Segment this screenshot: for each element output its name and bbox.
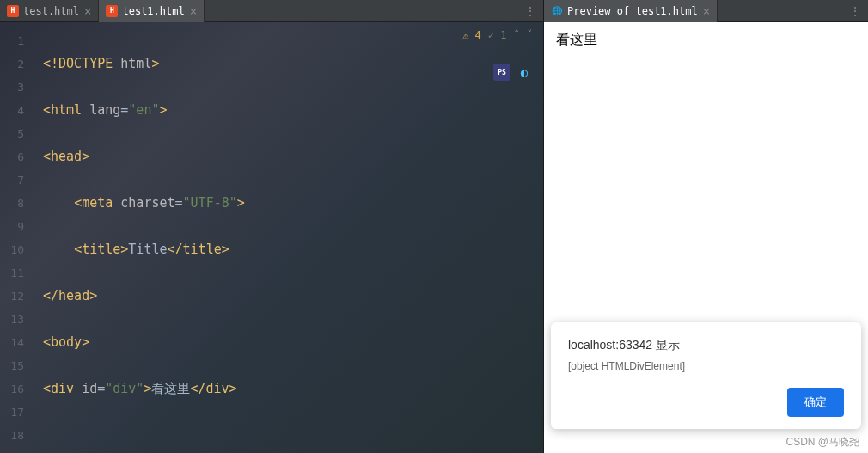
html-file-icon: H [106,5,118,17]
close-icon[interactable]: × [84,4,91,18]
tab-test1-html[interactable]: H test1.html × [99,0,205,22]
close-icon[interactable]: × [703,4,710,18]
code-content[interactable]: <!DOCTYPE html> <html lang="en"> <head> … [34,22,543,453]
tab-menu-icon[interactable]: ⋮ [517,4,543,18]
nav-down-icon[interactable]: ˇ [527,29,533,41]
preview-panel: 🌐 Preview of test1.html × ⋮ 看这里 localhos… [543,0,868,453]
preview-div[interactable]: 看这里 [556,31,856,49]
editor-panel: H test.html × H test1.html × ⋮ ⚠ 4 ✓ 1 ˆ… [0,0,543,453]
editor-tab-bar: H test.html × H test1.html × ⋮ [0,0,543,22]
globe-icon: 🌐 [551,5,563,17]
preview-tab-bar: 🌐 Preview of test1.html × ⋮ [544,0,868,22]
edge-browser-icon[interactable]: ◐ [516,64,533,81]
weak-warning-icon[interactable]: ✓ 1 [488,29,507,41]
alert-dialog: localhost:63342 显示 [object HTMLDivElemen… [551,322,861,429]
tab-test-html[interactable]: H test.html × [0,0,99,22]
tab-preview[interactable]: 🌐 Preview of test1.html × [544,0,718,22]
tab-label: Preview of test1.html [567,5,698,17]
browser-launchers: PS ◐ [493,64,533,81]
ps-browser-icon[interactable]: PS [493,64,510,81]
nav-up-icon[interactable]: ˆ [514,29,520,41]
html-file-icon: H [7,5,19,17]
alert-title: localhost:63342 显示 [568,338,844,353]
tab-menu-icon[interactable]: ⋮ [842,4,868,18]
line-number-gutter: 123 456 789 101112 131415 161718 [0,22,34,453]
preview-body[interactable]: 看这里 localhost:63342 显示 [object HTMLDivEl… [544,22,868,453]
watermark: CSDN @马晓尧 [785,435,859,450]
inspection-indicators: ⚠ 4 ✓ 1 ˆ ˇ [462,29,533,41]
alert-ok-button[interactable]: 确定 [787,388,844,417]
close-icon[interactable]: × [190,4,197,18]
tab-label: test.html [23,5,79,17]
code-editor[interactable]: ⚠ 4 ✓ 1 ˆ ˇ PS ◐ 123 456 789 101112 1314… [0,22,543,453]
tab-label: test1.html [122,5,184,17]
warning-icon[interactable]: ⚠ 4 [462,29,481,41]
alert-message: [object HTMLDivElement] [568,360,844,372]
